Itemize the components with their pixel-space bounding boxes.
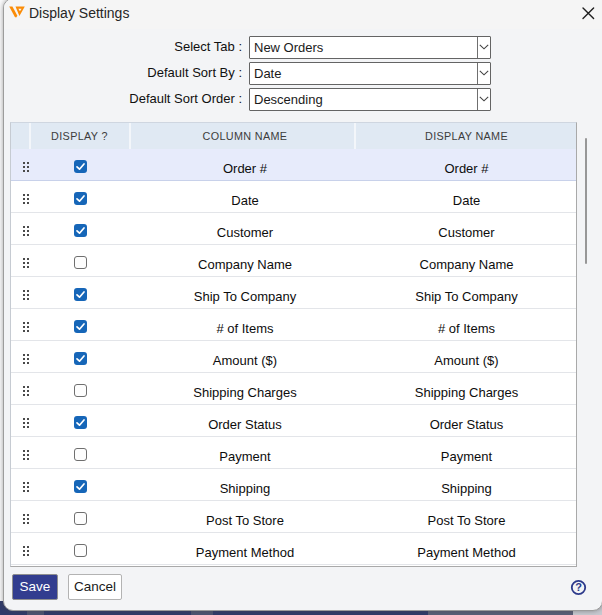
svg-text:?: ? bbox=[575, 581, 582, 593]
